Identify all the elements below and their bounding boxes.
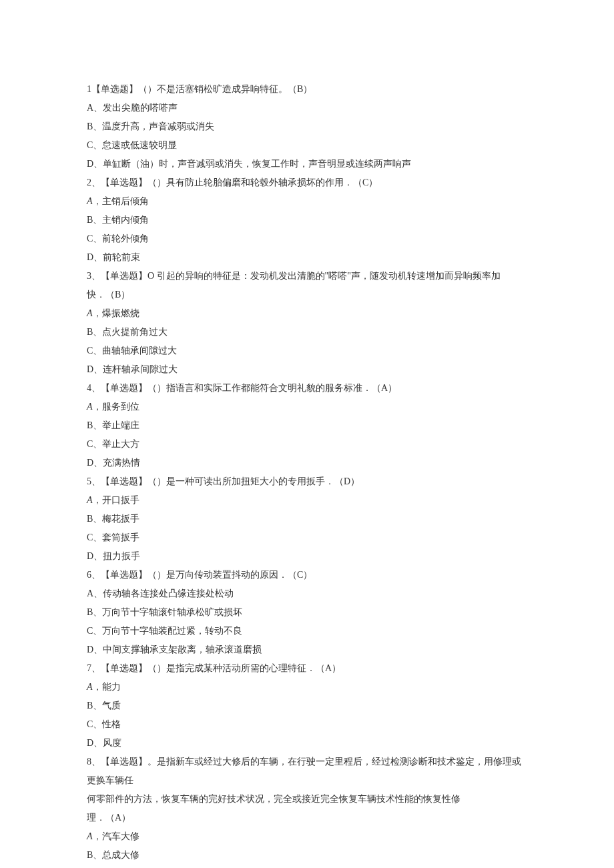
question-option: A、传动轴各连接处凸缘连接处松动 [87, 584, 527, 603]
question-option: B、气质 [87, 697, 527, 715]
question-option: A，爆振燃烧 [87, 304, 527, 323]
question-option: C、怠速或低速较明显 [87, 136, 527, 155]
question-stem-line3: 理．（A） [87, 809, 527, 827]
question-option: D、连杆轴承间隙过大 [87, 360, 527, 379]
question-option: C、汽车小修 [87, 865, 527, 868]
question-stem: 7、【单选题】（）是指完成某种活动所需的心理特征．（A） [87, 659, 527, 678]
question-stem: 2、【单选题】（）具有防止轮胎偏磨和轮毂外轴承损坏的作用．（C） [87, 173, 527, 192]
question-option: B、万向节十字轴滚针轴承松旷或损坏 [87, 603, 527, 622]
question-stem: 4、【单选题】（）指语言和实际工作都能符合文明礼貌的服务标准．（A） [87, 379, 527, 398]
option-rest: ，能力 [93, 682, 121, 692]
question-option: D、前轮前束 [87, 248, 527, 267]
question-option: A，开口扳手 [87, 491, 527, 510]
document-content: 1【单选题】（）不是活塞销松旷造成异响特征。（B） A、发出尖脆的嗒嗒声 B、温… [87, 80, 527, 868]
option-rest: ，服务到位 [93, 402, 139, 412]
question-option: C、曲轴轴承间隙过大 [87, 342, 527, 360]
option-letter: A [87, 495, 93, 505]
question-option: A，汽车大修 [87, 827, 527, 846]
question-option: C、前轮外倾角 [87, 230, 527, 248]
question-option: A，能力 [87, 678, 527, 697]
question-stem-line2: 快．（B） [87, 286, 527, 304]
question-option: D、充满热情 [87, 454, 527, 472]
question-option: B、温度升高，声音减弱或消失 [87, 117, 527, 136]
question-option: B、举止端庄 [87, 416, 527, 435]
question-option: C、套筒扳手 [87, 528, 527, 547]
question-option: C、性格 [87, 715, 527, 734]
question-option: B、梅花扳手 [87, 510, 527, 528]
question-stem: 5、【单选题】（）是一种可读出所加扭矩大小的专用扳手．（D） [87, 472, 527, 491]
option-letter: A [87, 308, 93, 318]
option-letter: A [87, 682, 93, 692]
question-stem: 6、【单选题】（）是万向传动装置抖动的原因．（C） [87, 566, 527, 584]
question-option: B、主销内倾角 [87, 211, 527, 230]
question-stem-line2: 何零部件的方法，恢复车辆的完好技术状况，完全或接近完全恢复车辆技术性能的恢复性修 [87, 790, 527, 809]
option-rest: ，爆振燃烧 [93, 308, 139, 318]
question-option: A、发出尖脆的嗒嗒声 [87, 99, 527, 117]
option-letter: A [87, 831, 93, 841]
question-option: B、点火提前角过大 [87, 323, 527, 342]
question-option: D、单缸断（油）时，声音减弱或消失，恢复工作时，声音明显或连续两声响声 [87, 155, 527, 173]
question-option: D、扭力扳手 [87, 547, 527, 566]
option-letter: A [87, 402, 93, 412]
question-stem: 1【单选题】（）不是活塞销松旷造成异响特征。（B） [87, 80, 527, 99]
question-option: C、万向节十字轴装配过紧，转动不良 [87, 622, 527, 640]
option-rest: ，汽车大修 [93, 831, 139, 841]
question-stem: 8、【单选题】。是指新车或经过大修后的车辆，在行驶一定里程后，经过检测诊断和技术… [87, 753, 527, 790]
option-letter: A [87, 196, 93, 206]
question-option: C、举止大方 [87, 435, 527, 454]
question-option: D、中间支撑轴承支架散离，轴承滚道磨损 [87, 640, 527, 659]
question-option: B、总成大修 [87, 846, 527, 865]
question-option: A，主销后倾角 [87, 192, 527, 211]
question-stem: 3、【单选题】O 引起的异响的特征是：发动机发出清脆的"嗒嗒"声，随发动机转速增… [87, 267, 527, 286]
question-option: D、风度 [87, 734, 527, 753]
option-rest: ，主销后倾角 [93, 196, 149, 206]
option-rest: ，开口扳手 [93, 495, 139, 505]
question-option: A，服务到位 [87, 398, 527, 416]
